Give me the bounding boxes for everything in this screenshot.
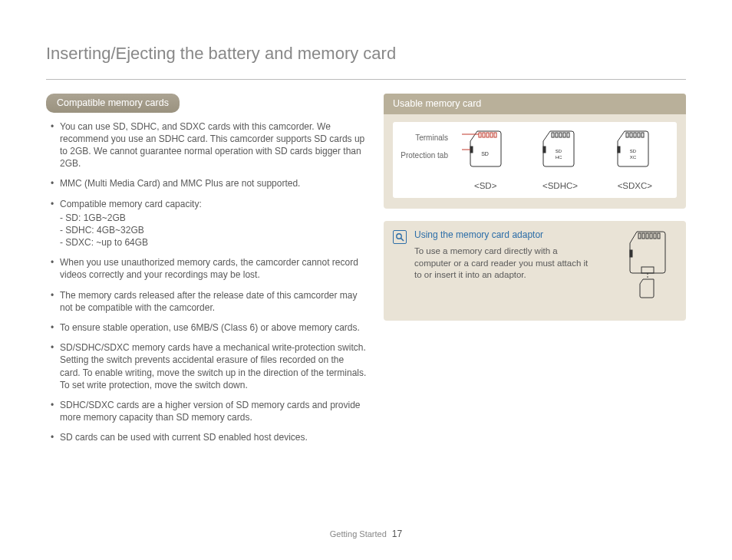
svg-rect-30 [646, 233, 648, 239]
svg-rect-22 [641, 133, 644, 137]
svg-rect-20 [634, 133, 636, 137]
list-item: Compatible memory card capacity: SD: 1GB… [51, 198, 367, 249]
svg-rect-5 [494, 133, 496, 137]
sub-item: SD: 1GB~2GB [60, 212, 367, 224]
bullet-text: SD cards can be used with current SD ena… [60, 432, 308, 443]
left-column: Compatible memory cards You can use SD, … [46, 94, 367, 452]
divider [46, 79, 686, 80]
sdxc-card-icon: SD XC [614, 130, 655, 176]
adaptor-info-panel: Using the memory card adaptor To use a m… [384, 221, 686, 321]
bullet-text: To ensure stable operation, use 6MB/S (C… [60, 322, 360, 333]
bullet-text: Compatible memory card capacity: [60, 199, 202, 209]
svg-rect-11 [556, 133, 558, 137]
svg-text:XC: XC [630, 155, 637, 160]
list-item: SDHC/SDXC cards are a higher version of … [51, 399, 367, 423]
svg-rect-2 [483, 133, 485, 137]
list-item: When you use unauthorized memory cards, … [51, 256, 367, 281]
info-body: Using the memory card adaptor To use a m… [414, 229, 615, 308]
svg-text:SD: SD [556, 149, 562, 153]
svg-rect-3 [486, 133, 489, 137]
sub-list: SD: 1GB~2GB SDHC: 4GB~32GB SDXC: ~up to … [60, 212, 367, 249]
sd-card-item: SD <SD> [448, 130, 523, 193]
list-item: The memory cards released after the rele… [51, 289, 367, 314]
section-heading-pill: Compatible memory cards [46, 94, 180, 113]
protection-tab-label: Protection tab [397, 150, 448, 160]
svg-line-26 [401, 239, 404, 242]
list-item: MMC (Multi Media Card) and MMC Plus are … [51, 177, 367, 189]
card-row: SD <SD> SD [448, 130, 672, 193]
sub-item: SDXC: ~up to 64GB [60, 236, 367, 249]
usable-memory-panel: Usable memory card Terminals Protection … [384, 94, 686, 209]
svg-rect-21 [638, 133, 640, 137]
bullet-text: SD/SDHC/SDXC memory cards have a mechani… [60, 342, 366, 390]
svg-text:HC: HC [556, 155, 562, 160]
panel-header: Usable memory card [384, 94, 686, 114]
bullet-text: SDHC/SDXC cards are a higher version of … [60, 400, 361, 423]
bullet-text: You can use SD, SDHC, and SDXC cards wit… [60, 121, 364, 170]
card-label: <SD> [448, 180, 523, 193]
svg-rect-27 [630, 250, 632, 257]
svg-rect-32 [654, 233, 656, 239]
page-footer: Getting Started 17 [0, 528, 732, 540]
svg-rect-4 [490, 133, 493, 137]
svg-rect-28 [638, 233, 641, 239]
sdxc-card-item: SD XC <SDXC> [598, 130, 672, 193]
sub-item: SDHC: 4GB~32GB [60, 224, 367, 236]
page-number: 17 [392, 529, 402, 539]
svg-rect-14 [567, 133, 569, 137]
sdhc-card-item: SD HC <SDHC> [523, 130, 597, 193]
svg-rect-13 [563, 133, 565, 137]
card-label: <SDXC> [598, 180, 672, 193]
adaptor-illustration [623, 229, 677, 308]
sdhc-card-icon: SD HC [539, 130, 581, 176]
svg-rect-19 [630, 133, 632, 137]
svg-rect-17 [618, 147, 620, 153]
info-title: Using the memory card adaptor [414, 229, 615, 241]
svg-rect-12 [559, 133, 562, 137]
content-columns: Compatible memory cards You can use SD, … [46, 94, 686, 452]
list-item: SD/SDHC/SDXC memory cards have a mechani… [51, 341, 367, 391]
svg-text:SD: SD [481, 151, 489, 156]
svg-rect-0 [470, 147, 473, 153]
panel-body: Terminals Protection tab [393, 122, 677, 199]
svg-rect-9 [543, 147, 546, 153]
info-text: To use a memory card directly with a com… [414, 245, 591, 282]
card-annotation-labels: Terminals Protection tab [397, 133, 448, 168]
right-column: Usable memory card Terminals Protection … [384, 94, 686, 452]
list-item: SD cards can be used with current SD ena… [51, 431, 367, 443]
svg-rect-31 [650, 233, 652, 239]
sd-card-icon: SD [462, 130, 509, 176]
magnifier-icon [393, 230, 407, 244]
svg-rect-29 [642, 233, 645, 239]
page-title: Inserting/Ejecting the battery and memor… [46, 42, 686, 65]
list-item: To ensure stable operation, use 6MB/S (C… [51, 321, 367, 334]
bullet-text: MMC (Multi Media Card) and MMC Plus are … [60, 178, 300, 189]
svg-rect-10 [552, 133, 554, 137]
list-item: You can use SD, SDHC, and SDXC cards wit… [51, 120, 367, 170]
svg-rect-34 [641, 267, 654, 273]
card-label: <SDHC> [523, 180, 597, 193]
svg-text:SD: SD [630, 149, 637, 153]
svg-point-25 [397, 234, 401, 239]
svg-rect-18 [626, 133, 628, 137]
bullet-text: The memory cards released after the rele… [60, 290, 358, 313]
footer-section: Getting Started [330, 529, 387, 539]
bullet-list: You can use SD, SDHC, and SDXC cards wit… [46, 120, 367, 444]
terminals-label: Terminals [397, 133, 448, 143]
bullet-text: When you use unauthorized memory cards, … [60, 257, 358, 280]
svg-rect-33 [658, 233, 660, 239]
svg-rect-1 [479, 133, 481, 137]
